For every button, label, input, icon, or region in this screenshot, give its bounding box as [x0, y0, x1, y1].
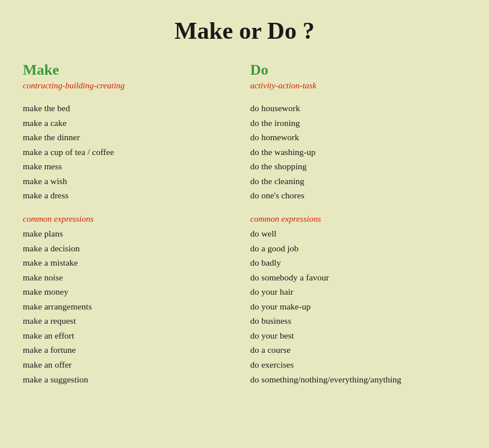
list-item: make a dress — [23, 188, 239, 203]
make-header: Make — [23, 62, 239, 79]
list-item: do badly — [250, 255, 467, 270]
list-item: make mess — [23, 159, 239, 174]
list-item: do the ironing — [250, 116, 467, 131]
list-item: do homework — [250, 130, 467, 145]
list-item: make an offer — [23, 357, 239, 372]
do-expressions-label: common expressions — [250, 214, 467, 224]
make-basic-group: make the bedmake a cakemake the dinnerma… — [23, 101, 239, 203]
list-item: do business — [250, 313, 467, 328]
list-item: make a fortune — [23, 343, 239, 357]
list-item: make an effort — [23, 328, 239, 343]
list-item: make a cake — [23, 116, 239, 131]
list-item: make a mistake — [23, 255, 239, 270]
list-item: make a cup of tea / coffee — [23, 145, 239, 160]
list-item: make a request — [23, 313, 239, 328]
list-item: do the cleaning — [250, 174, 467, 189]
list-item: do housework — [250, 101, 467, 116]
list-item: do your best — [250, 328, 467, 343]
list-item: do something/nothing/everything/anything — [250, 372, 467, 387]
list-item: do somebody a favour — [250, 270, 467, 285]
do-column: Do activity-action-task do houseworkdo t… — [250, 62, 467, 398]
list-item: do one's chores — [250, 188, 467, 203]
make-subtitle: contructing-building-creating — [23, 81, 239, 91]
make-expressions-group: common expressions make plansmake a deci… — [23, 214, 239, 386]
do-expressions-group: common expressions do welldo a good jobd… — [250, 214, 467, 386]
list-item: make a decision — [23, 241, 239, 256]
list-item: do the washing-up — [250, 145, 467, 160]
do-header: Do — [250, 62, 467, 79]
list-item: make the bed — [23, 101, 239, 116]
list-item: make money — [23, 284, 239, 299]
make-expressions-label: common expressions — [23, 214, 239, 224]
make-column: Make contructing-building-creating make … — [23, 62, 239, 398]
list-item: make a suggestion — [23, 372, 239, 387]
list-item: make a wish — [23, 174, 239, 189]
list-item: make arrangements — [23, 299, 239, 314]
list-item: make noise — [23, 270, 239, 285]
list-item: do a course — [250, 343, 467, 357]
list-item: do exercises — [250, 357, 467, 372]
do-subtitle: activity-action-task — [250, 81, 467, 91]
main-columns: Make contructing-building-creating make … — [23, 62, 466, 398]
list-item: make the dinner — [23, 130, 239, 145]
do-basic-group: do houseworkdo the ironingdo homeworkdo … — [250, 101, 467, 203]
list-item: do the shopping — [250, 159, 467, 174]
list-item: do well — [250, 226, 467, 241]
list-item: make plans — [23, 226, 239, 241]
list-item: do your hair — [250, 284, 467, 299]
page-title: Make or Do ? — [23, 17, 466, 44]
list-item: do your make-up — [250, 299, 467, 314]
list-item: do a good job — [250, 241, 467, 256]
